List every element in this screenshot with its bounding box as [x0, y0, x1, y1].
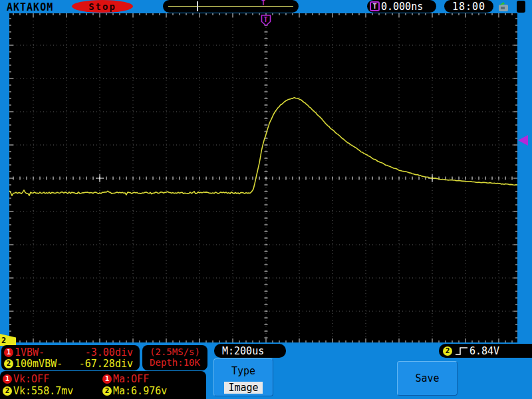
ch1-scale-label: 1VBW-: [15, 346, 45, 358]
meas-vk1-value: Vk:OFF: [13, 373, 49, 385]
ch2-row: 2 100mVBW- -67.28div: [4, 358, 137, 369]
record-line: [168, 6, 293, 7]
meas-ma1-value: Ma:OFF: [113, 373, 149, 385]
trigger-level-value: 6.84V: [469, 345, 499, 357]
trigger-time-pill: T 0.000ns: [367, 0, 436, 13]
graticule: T: [9, 13, 517, 342]
measurements-panel: 1 Vk:OFF 1 Ma:OFF 2 Vk:558.7mv 2 Ma:6.97…: [0, 371, 206, 399]
ch2-scale-label: 100mVBW-: [15, 358, 63, 370]
type-button-label: Type: [214, 365, 273, 377]
save-button[interactable]: Save: [397, 361, 458, 396]
measurement-row: 2 Vk:558.7mv 2 Ma:6.976v: [3, 385, 203, 397]
ch2-badge: 2: [4, 359, 13, 368]
timebase-value: M:200us: [222, 345, 264, 357]
svg-text:T: T: [264, 16, 268, 23]
run-state-indicator: Stop: [72, 0, 133, 13]
trigger-level-arrow-icon: [518, 135, 528, 146]
run-state-label: Stop: [88, 1, 116, 12]
ch1-badge: 1: [4, 348, 13, 357]
channels-panel: 1 1VBW- -3.00div 2 100mVBW- -67.28div: [1, 345, 140, 370]
acquisition-panel: (2.5MS/s) Depth:10K: [142, 345, 207, 370]
save-button-label: Save: [415, 372, 439, 384]
ch1-row: 1 1VBW- -3.00div: [4, 346, 137, 358]
measurement-row: 1 Vk:OFF 1 Ma:OFF: [3, 373, 203, 385]
timebase-pill: M:200us: [214, 344, 286, 358]
battery-icon: [517, 1, 525, 13]
ch2-position-value: -67.28div: [63, 358, 137, 370]
meas-ch2-badge: 2: [3, 386, 12, 396]
ch1-position-value: -3.00div: [45, 346, 137, 358]
clock-value: 18:00: [452, 1, 485, 13]
ch2-position-marker-label: 2: [1, 336, 6, 346]
trigger-channel-badge: 2: [443, 346, 452, 356]
type-button-value: Image: [224, 382, 262, 394]
meas-ch2-badge: 2: [102, 386, 112, 396]
meas-vk2-value: Vk:558.7mv: [13, 385, 73, 397]
graticule-canvas: T: [9, 13, 517, 342]
brand-label: AKTAKOM: [7, 1, 53, 13]
measurement-item: 2 Ma:6.976v: [102, 385, 202, 397]
trigger-level-pill: 2 6.84V: [439, 344, 532, 358]
waveform-trace: [9, 98, 517, 196]
usb-device-icon: [497, 1, 510, 13]
record-trigger-t-icon: T: [261, 0, 265, 7]
rising-edge-icon: [454, 345, 469, 357]
meas-ma2-value: Ma:6.976v: [113, 385, 167, 397]
trigger-time-value: 0.000ns: [381, 1, 423, 13]
measurement-item: 1 Ma:OFF: [102, 373, 202, 385]
type-button[interactable]: Type Image: [213, 358, 273, 396]
record-position-bar: T: [163, 0, 299, 13]
oscilloscope-screen: AKTAKOM Stop T T 0.000ns 18:00 T 2 1 1VB…: [0, 0, 532, 399]
meas-ch1-badge: 1: [3, 374, 12, 384]
trigger-t-icon: T: [370, 1, 380, 11]
sample-rate-value: (2.5MS/s): [142, 346, 207, 357]
record-window-tick: [197, 1, 198, 11]
memory-depth-value: Depth:10K: [142, 357, 207, 368]
measurement-item: 1 Vk:OFF: [3, 373, 102, 385]
clock-pill: 18:00: [444, 0, 493, 13]
meas-ch1-badge: 1: [102, 374, 112, 384]
measurement-item: 2 Vk:558.7mv: [3, 385, 102, 397]
